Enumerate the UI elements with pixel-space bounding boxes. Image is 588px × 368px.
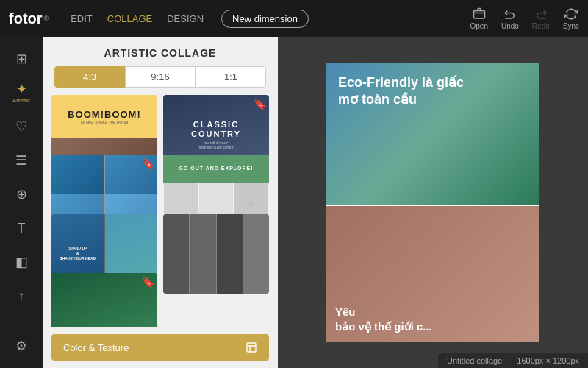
ratio-tab-4-3[interactable]: 4:3: [54, 66, 125, 88]
status-bar: Untitled collage 1600px × 1200px: [438, 353, 588, 368]
svg-rect-1: [247, 343, 256, 352]
layout-icon: ⊞: [16, 52, 27, 66]
ratio-tabs: 4:3 9:16 1:1: [54, 66, 266, 88]
text-icon: T: [18, 222, 26, 235]
canvas-top-panel: Eco-Friendly là giấcmơ toàn cầu: [326, 63, 539, 205]
sidebar-item-favorites[interactable]: ♡: [7, 112, 36, 141]
canvas-preview[interactable]: Eco-Friendly là giấcmơ toàn cầu Yêubảo v…: [326, 63, 539, 342]
nav-collage[interactable]: COLLAGE: [107, 13, 152, 24]
color-texture-button[interactable]: Color & Texture: [51, 334, 269, 361]
template-grid: BOOM!BOOM! SHAKE, SHAKE THE ROOM CLASSIC…: [43, 95, 278, 327]
nav-items: EDIT COLLAGE DESIGN New dimension: [71, 10, 309, 28]
upload-icon: ↑: [18, 289, 25, 302]
canvas-area: Eco-Friendly là giấcmơ toàn cầu Yêubảo v…: [278, 37, 588, 368]
template-weather-fond[interactable]: THE WEATHER'S FOND 🔖: [51, 273, 157, 327]
canvas-dimensions: 1600px × 1200px: [517, 356, 579, 365]
open-icon: [473, 7, 486, 21]
undo-action[interactable]: Undo: [501, 7, 519, 30]
sidebar-item-sticker[interactable]: ⊕: [7, 180, 36, 209]
bookmark-icon-classic: 🔖: [254, 99, 265, 110]
main-layout: ⊞ ✦ Artistic ♡ ☰ ⊕ T ◧ ↑ ⚙ ARTISTIC COLL…: [0, 37, 588, 368]
nav-design[interactable]: DESIGN: [167, 13, 204, 24]
bookmark-icon-weather: 🔖: [142, 277, 154, 289]
color-texture-icon: [245, 342, 257, 353]
logo-area: fotor ®: [9, 10, 49, 27]
canvas-bottom-panel: Yêubảo vệ thế giới c...: [326, 206, 539, 342]
navbar-right: Open Undo Redo Sync: [470, 7, 579, 30]
sidebar-item-artistic[interactable]: ✦ Artistic: [7, 78, 36, 107]
canvas-top-text: Eco-Friendly là giấcmơ toàn cầu: [338, 74, 464, 109]
nav-edit[interactable]: EDIT: [71, 13, 93, 24]
redo-icon: [534, 7, 548, 21]
sync-icon: [564, 7, 578, 21]
settings-icon: ⚙: [15, 339, 27, 353]
bookmark-icon-swimwear: 🔖: [142, 158, 154, 170]
logo-sup: ®: [44, 15, 49, 22]
sidebar-item-layout[interactable]: ⊞: [7, 44, 36, 74]
sidebar-item-settings[interactable]: ⚙: [7, 331, 36, 361]
heart-icon: ♡: [15, 120, 27, 133]
artistic-label: Artistic: [12, 97, 30, 104]
ratio-tab-9-16[interactable]: 9:16: [125, 66, 196, 88]
canvas-bottom-text: Yêubảo vệ thế giới c...: [335, 305, 432, 333]
collage-panel: ARTISTIC COLLAGE 4:3 9:16 1:1 BOOM!BOOM!…: [43, 37, 278, 368]
sidebar-item-text[interactable]: T: [7, 213, 36, 243]
svg-rect-0: [473, 10, 484, 18]
sidebar-item-upload[interactable]: ↑: [7, 281, 36, 311]
ratio-tab-1-1[interactable]: 1:1: [196, 66, 266, 88]
canvas-title: Untitled collage: [447, 356, 502, 365]
undo-icon: [503, 7, 517, 21]
sync-action[interactable]: Sync: [563, 7, 579, 30]
artistic-star-icon: ✦: [16, 82, 27, 96]
new-dimension-button[interactable]: New dimension: [221, 10, 309, 28]
effects-icon: ◧: [15, 255, 28, 269]
redo-action[interactable]: Redo: [532, 7, 550, 30]
open-action[interactable]: Open: [470, 7, 487, 30]
template-portraits[interactable]: [163, 214, 269, 294]
icon-bar: ⊞ ✦ Artistic ♡ ☰ ⊕ T ◧ ↑ ⚙: [0, 37, 43, 368]
panel-title: ARTISTIC COLLAGE: [43, 37, 278, 66]
layers-icon: ☰: [15, 154, 27, 167]
navbar: fotor ® EDIT COLLAGE DESIGN New dimensio…: [0, 0, 588, 37]
sidebar-item-effects[interactable]: ◧: [7, 247, 36, 277]
sidebar-item-layers[interactable]: ☰: [7, 146, 36, 175]
logo-text: fotor: [9, 10, 43, 27]
sticker-icon: ⊕: [16, 188, 27, 201]
